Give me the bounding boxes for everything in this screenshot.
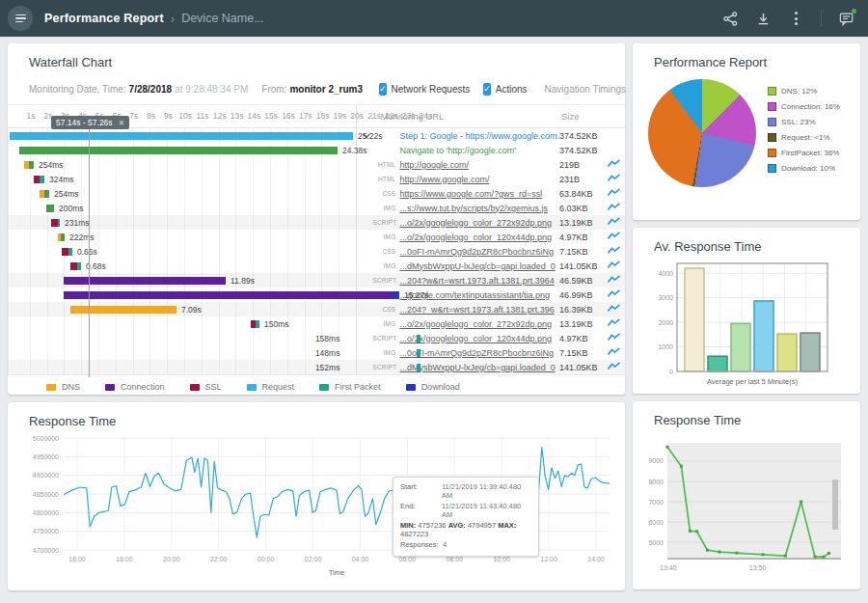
waterfall-bar[interactable] — [19, 147, 338, 154]
url-link[interactable]: Step 1: Google - https://www.google.com. — [399, 131, 559, 141]
bar-segment — [58, 219, 60, 227]
url-link[interactable]: ...dMysbWxppU-lxJeg/cb=gapi.loaded_0 — [399, 261, 555, 271]
more-options-icon[interactable] — [788, 11, 803, 26]
url-link[interactable]: https://www.google.com/?gws_rd=ssl — [399, 189, 542, 199]
url-link[interactable]: ...dMysbWxppU-lxJeg/cb=gapi.loaded_0 — [399, 363, 555, 372]
duration-label: 11.89s — [231, 276, 255, 286]
waterfall-bar[interactable] — [51, 219, 60, 227]
legend-swatch — [105, 384, 115, 391]
waterfall-row: 11.89s — [8, 273, 356, 288]
svg-text:0: 0 — [669, 369, 673, 375]
pie-legend-label: Request: <1% — [781, 133, 829, 142]
waterfall-bar[interactable] — [40, 190, 49, 198]
pie-legend-label: DNS: 12% — [781, 87, 817, 96]
bar-1[interactable] — [708, 356, 727, 371]
bar-segment — [70, 306, 176, 314]
chart-line-icon[interactable] — [608, 347, 625, 358]
chart-line-icon[interactable] — [608, 333, 625, 343]
tooltip-responses: Responses:4 — [400, 540, 531, 549]
breadcrumb-device[interactable]: Device Name... — [181, 12, 263, 25]
menu-icon[interactable] — [8, 6, 33, 31]
url-cell: http://www.google.com/ — [395, 175, 559, 184]
chart-line-icon[interactable] — [608, 188, 625, 199]
svg-text:10:00: 10:00 — [493, 556, 510, 562]
url-link[interactable]: ...o/2x/googlelogo_color_120x44dp.png — [399, 233, 552, 242]
chart-line-icon[interactable] — [608, 260, 625, 271]
table-row: Step 1: Google - https://www.google.com.… — [357, 128, 625, 143]
waterfall-bar[interactable] — [417, 335, 420, 343]
legend-item: First Packet — [319, 382, 381, 392]
bar-3[interactable] — [754, 301, 773, 371]
pie-legend-label: Download: 10% — [781, 164, 835, 173]
pie-legend-label: SSL: 23% — [781, 118, 816, 126]
url-link[interactable]: ...0oFI-mAmrQg9d2pZR8cPbocbnz6iNg — [399, 348, 554, 358]
actions-checkbox[interactable]: ✓ — [483, 83, 491, 96]
axis-tick: 18s — [316, 111, 330, 121]
url-link[interactable]: ...s://www.tut.by/scripts/by2/xgemius.js — [399, 204, 548, 213]
waterfall-bar[interactable] — [34, 176, 44, 183]
waterfall-bar[interactable] — [58, 233, 65, 241]
svg-text:8000: 8000 — [648, 479, 664, 485]
pie-legend-item: DNS: 12% — [768, 87, 840, 96]
chart-line-icon[interactable] — [608, 318, 625, 329]
url-link[interactable]: Navigate to 'http://google.com' — [399, 146, 516, 155]
chart-line-icon[interactable] — [608, 275, 625, 286]
size-column-header[interactable]: Size — [561, 111, 625, 122]
bar-segment — [10, 132, 353, 140]
playhead-line[interactable] — [89, 128, 90, 377]
waterfall-bar[interactable] — [251, 320, 259, 328]
url-cell: Navigate to 'http://google.com' — [395, 146, 559, 155]
chart-line-icon[interactable] — [608, 203, 625, 213]
waterfall-bar[interactable] — [24, 161, 34, 169]
url-link[interactable]: http://google.com/ — [399, 160, 469, 170]
response-time-small-chart[interactable]: 9000800070006000500013:4013:50 — [640, 437, 849, 580]
bar-segment — [393, 291, 399, 299]
table-row: SCRIPT...dMysbWxppU-lxJeg/cb=gapi.loaded… — [357, 360, 625, 374]
legend-item: Connection — [105, 382, 165, 392]
avg-response-time-chart[interactable]: 01000200030004000Average per last 5 Minu… — [648, 258, 845, 393]
waterfall-bar[interactable] — [70, 262, 81, 270]
chart-line-icon[interactable] — [608, 217, 625, 228]
url-link[interactable]: ...204?_w&rt=wsrt.1973.aft.1381.prt.396 — [399, 305, 554, 315]
resource-type-label: IMG — [372, 349, 395, 356]
chart-line-icon[interactable] — [608, 174, 625, 184]
waterfall-bar[interactable] — [417, 349, 420, 357]
bar-4[interactable] — [777, 334, 797, 371]
share-icon[interactable] — [722, 11, 738, 26]
network-requests-checkbox[interactable]: ✓ — [379, 83, 387, 96]
bar-2[interactable] — [731, 323, 750, 371]
chart-line-icon[interactable] — [608, 289, 625, 300]
waterfall-bar[interactable] — [10, 132, 353, 140]
waterfall-bar[interactable] — [417, 364, 420, 371]
url-link[interactable]: ...o/2x/googlelogo_color_272x92dp.png — [399, 218, 552, 228]
bar-0[interactable] — [685, 268, 704, 371]
waterfall-bar[interactable] — [64, 291, 399, 299]
bar-5[interactable] — [800, 333, 820, 371]
chart-line-icon[interactable] — [608, 159, 625, 170]
waterfall-bar[interactable] — [46, 205, 54, 212]
pie-legend-label: Connection: 16% — [781, 102, 840, 111]
download-icon[interactable] — [755, 11, 771, 26]
url-link[interactable]: http://www.google.com/ — [399, 175, 489, 184]
performance-pie-chart[interactable] — [648, 79, 756, 187]
waterfall-bar[interactable] — [70, 306, 176, 314]
chart-line-icon[interactable] — [608, 246, 625, 257]
waterfall-bar[interactable] — [62, 248, 72, 256]
waterfall-row: 7.09s — [8, 302, 356, 316]
scrollbar-thumb[interactable] — [832, 480, 838, 530]
svg-text:4800000: 4800000 — [33, 509, 59, 516]
url-link[interactable]: ...o/2x/googlelogo_color_120x44dp.png — [399, 334, 552, 343]
url-link[interactable]: ...204?w&rt=wsrt.1973.aft.1381.prt.3964 — [399, 276, 554, 286]
url-link[interactable]: ...0oFI-mAmrQg9d2pZR8cPbocbnz6iNg — [399, 247, 554, 257]
chart-line-icon[interactable] — [608, 232, 625, 242]
table-row: IMG...o/2x/googlelogo_color_120x44dp.png… — [357, 230, 625, 244]
chart-line-icon[interactable] — [608, 362, 625, 372]
svg-text:06:00: 06:00 — [399, 556, 417, 562]
waterfall-rows: 25.22s24.38s254ms324ms254ms200ms231ms222… — [8, 128, 356, 374]
url-link[interactable]: ...o/2x/googlelogo_color_272x92dp.png — [399, 319, 552, 329]
bar-segment — [29, 161, 34, 169]
clear-selection-icon[interactable]: ✕ — [119, 119, 125, 127]
chart-line-icon[interactable] — [608, 304, 625, 315]
resource-type-label: SCRIPT — [372, 277, 395, 284]
feedback-chat-icon[interactable] — [839, 11, 854, 26]
